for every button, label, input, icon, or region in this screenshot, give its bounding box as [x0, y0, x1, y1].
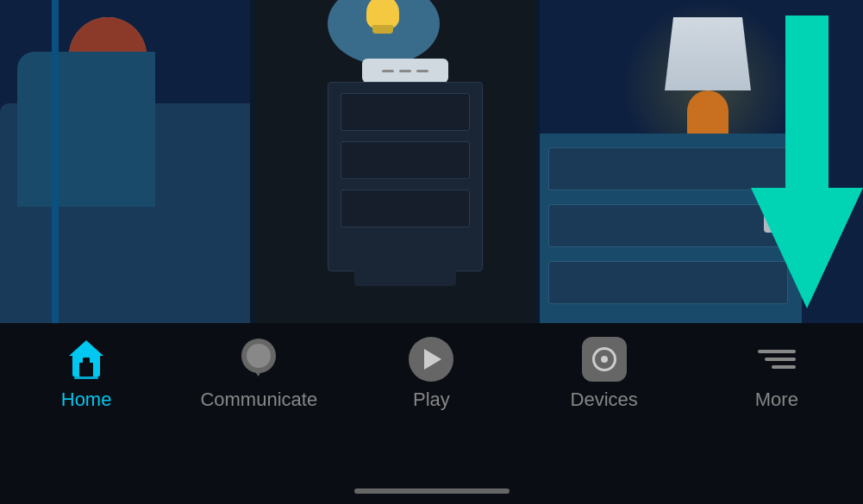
divider-mid — [250, 0, 255, 323]
svg-point-9 — [247, 344, 271, 368]
hamburger-lines — [758, 350, 796, 369]
echo-line — [399, 70, 411, 72]
devices-circle — [592, 347, 616, 371]
play-icon — [409, 337, 453, 382]
communicate-icon — [236, 337, 281, 382]
svg-rect-0 — [785, 16, 829, 205]
more-line-top — [758, 350, 796, 353]
echo-lines — [382, 70, 428, 72]
svg-rect-5 — [83, 358, 90, 364]
nav-items: Home Communicate Play — [0, 323, 863, 482]
svg-rect-6 — [74, 376, 98, 379]
dresser-legs — [354, 271, 456, 286]
divider-left — [52, 0, 59, 323]
play-triangle — [424, 349, 441, 370]
home-icon — [64, 337, 109, 382]
drawer-1 — [341, 93, 470, 131]
play-circle — [409, 337, 453, 382]
person-body — [17, 52, 155, 207]
nav-item-communicate[interactable]: Communicate — [181, 333, 336, 411]
scene-middle — [250, 0, 560, 323]
devices-label: Devices — [571, 389, 638, 411]
drawer-2 — [341, 141, 470, 179]
scene-right — [535, 0, 863, 323]
nav-item-home[interactable]: Home — [9, 333, 164, 411]
svg-marker-3 — [69, 340, 103, 356]
lamp-shade — [665, 17, 751, 90]
echo-line — [416, 70, 428, 72]
play-label: Play — [413, 389, 450, 411]
divider-right — [535, 0, 540, 323]
communicate-label: Communicate — [200, 389, 317, 411]
navigation-bar: Home Communicate Play — [0, 323, 863, 504]
more-line-bottom — [772, 365, 796, 369]
nav-indicator — [0, 488, 863, 504]
drawer-3 — [341, 190, 470, 227]
more-icon — [754, 337, 799, 382]
nav-item-play[interactable]: Play — [353, 333, 509, 411]
person — [0, 17, 155, 190]
devices-icon — [582, 337, 627, 382]
more-label: More — [755, 389, 798, 411]
devices-rounded-square — [582, 337, 627, 382]
scroll-down-arrow[interactable] — [751, 0, 863, 323]
more-line-mid — [765, 358, 796, 361]
nav-item-more[interactable]: More — [699, 333, 854, 411]
echo-line — [382, 70, 394, 72]
lightbulb-icon — [358, 0, 410, 47]
svg-rect-4 — [79, 363, 93, 376]
dresser — [328, 82, 483, 271]
illustration — [0, 0, 863, 323]
svg-marker-1 — [751, 188, 863, 308]
scene-left — [0, 0, 276, 323]
indicator-bar — [354, 488, 510, 494]
nav-item-devices[interactable]: Devices — [527, 333, 682, 411]
echo-device — [362, 59, 448, 83]
home-label: Home — [61, 389, 112, 411]
bulb-base — [372, 25, 393, 34]
